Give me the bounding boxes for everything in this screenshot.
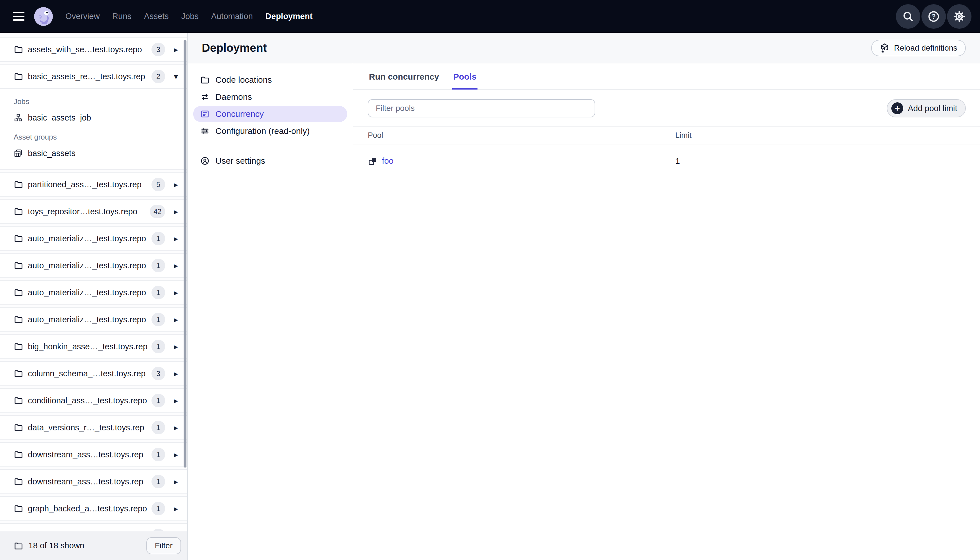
expand-caret-icon[interactable]: ▸ — [171, 207, 180, 216]
expand-caret-icon[interactable]: ▸ — [171, 342, 180, 352]
repo-label: assets_with_se…test.toys.repo — [28, 45, 148, 54]
repo-count-badge: 3 — [151, 43, 165, 56]
tab-pools[interactable]: Pools — [452, 63, 478, 90]
repo-count-badge: 1 — [151, 475, 165, 488]
repo-count-badge: 1 — [151, 529, 165, 531]
folder-icon — [13, 288, 23, 297]
repo-row[interactable]: data_versions_r…_test.toys.rep 1 ▸ — [0, 415, 187, 440]
asset-groups-section-label: Asset groups — [13, 133, 180, 142]
svg-text:?: ? — [932, 13, 936, 20]
job-icon — [13, 113, 23, 122]
repo-row[interactable]: partitioned_ass…_test.toys.rep 5 ▸ — [0, 172, 187, 197]
repo-count-status: 18 of 18 shown — [28, 541, 141, 550]
repo-label: big_honkin_asse…_test.toys.rep — [28, 342, 148, 352]
expand-caret-icon[interactable]: ▸ — [171, 477, 180, 487]
settings-item-label: Daemons — [215, 92, 252, 102]
repo-row[interactable]: auto_materializ…_test.toys.repo 1 ▸ — [0, 307, 187, 332]
column-header-limit: Limit — [668, 127, 980, 144]
repo-row[interactable]: long_asset_keys_…test.toys.re 1 ▸ — [0, 523, 187, 531]
settings-item-label: Configuration (read-only) — [215, 126, 310, 136]
sidebar-scrollbar[interactable] — [184, 40, 186, 468]
expand-caret-icon[interactable]: ▸ — [171, 504, 180, 513]
expand-caret-icon[interactable]: ▸ — [171, 180, 180, 189]
repo-row[interactable]: auto_materializ…_test.toys.repo 1 ▸ — [0, 253, 187, 278]
repo-row[interactable]: conditional_ass…_test.toys.repo 1 ▸ — [0, 388, 187, 413]
settings-item-configuration[interactable]: Configuration (read-only) — [193, 123, 347, 139]
expand-caret-icon[interactable]: ▸ — [171, 288, 180, 297]
expand-caret-icon[interactable]: ▸ — [171, 369, 180, 378]
repo-label: toys_repositor…test.toys.repo — [28, 207, 146, 216]
pool-table-row: foo 1 — [353, 144, 980, 178]
expand-caret-icon[interactable]: ▸ — [171, 423, 180, 432]
repo-row[interactable]: assets_with_se…test.toys.repo 3 ▸ — [0, 37, 187, 62]
job-name: basic_assets_job — [28, 113, 91, 123]
settings-button[interactable] — [947, 4, 972, 29]
folder-icon — [13, 315, 23, 324]
tab-run-concurrency[interactable]: Run concurrency — [368, 63, 440, 90]
pool-link[interactable]: foo — [368, 156, 393, 166]
settings-item-concurrency[interactable]: Concurrency — [193, 106, 347, 122]
repo-label: auto_materializ…_test.toys.repo — [28, 288, 148, 297]
settings-item-user-settings[interactable]: User settings — [193, 153, 347, 169]
repo-label: auto_materializ…_test.toys.repo — [28, 315, 148, 324]
nav-item-jobs[interactable]: Jobs — [181, 12, 199, 21]
repo-count-badge: 1 — [151, 448, 165, 462]
gear-icon — [953, 10, 966, 23]
expand-caret-icon[interactable]: ▸ — [171, 261, 180, 270]
menu-hamburger-icon[interactable] — [8, 5, 31, 28]
settings-item-code-locations[interactable]: Code locations — [193, 72, 347, 88]
repo-row[interactable]: big_honkin_asse…_test.toys.rep 1 ▸ — [0, 334, 187, 359]
expand-caret-icon[interactable]: ▸ — [171, 396, 180, 405]
help-button[interactable]: ? — [922, 4, 946, 29]
repo-expanded-panel: Jobs basic_assets_job Asset groups basic… — [0, 89, 187, 170]
expand-caret-icon[interactable]: ▸ — [171, 450, 180, 459]
repo-row[interactable]: basic_assets_re…_test.toys.rep 2 ▾ — [0, 64, 187, 89]
filter-pools-input[interactable] — [368, 99, 595, 117]
sidebar-item-asset-group[interactable]: basic_assets — [13, 144, 180, 162]
repo-row[interactable]: column_schema_…test.toys.rep 3 ▸ — [0, 361, 187, 386]
sidebar-item-job[interactable]: basic_assets_job — [13, 109, 180, 127]
repo-count-badge: 1 — [151, 421, 165, 434]
jobs-section-label: Jobs — [13, 97, 180, 106]
sidebar-filter-button[interactable]: Filter — [146, 537, 181, 554]
nav-item-assets[interactable]: Assets — [144, 12, 169, 21]
folder-icon — [13, 45, 23, 54]
repo-row[interactable]: auto_materializ…_test.toys.repo 1 ▸ — [0, 226, 187, 251]
repo-row[interactable]: downstream_ass…test.toys.rep 1 ▸ — [0, 469, 187, 494]
nav-item-deployment[interactable]: Deployment — [265, 12, 313, 21]
column-header-pool: Pool — [353, 127, 668, 144]
folder-icon — [13, 450, 23, 459]
expand-caret-icon[interactable]: ▸ — [171, 315, 180, 324]
folder-icon — [13, 234, 23, 243]
nav-item-automation[interactable]: Automation — [211, 12, 253, 21]
repo-label: conditional_ass…_test.toys.repo — [28, 396, 148, 405]
repo-row[interactable]: toys_repositor…test.toys.repo 42 ▸ — [0, 199, 187, 224]
top-nav: Overview Runs Assets Jobs Automation Dep… — [0, 0, 980, 33]
repo-count-badge: 2 — [151, 70, 165, 83]
settings-item-daemons[interactable]: Daemons — [193, 89, 347, 105]
add-pool-limit-button[interactable]: + Add pool limit — [887, 99, 966, 117]
user-icon — [200, 156, 210, 166]
expand-caret-icon[interactable]: ▸ — [171, 45, 180, 54]
repo-label: auto_materializ…_test.toys.repo — [28, 261, 148, 270]
repo-count-badge: 5 — [151, 178, 165, 191]
reload-definitions-button[interactable]: Reload definitions — [871, 40, 966, 56]
repo-row[interactable]: graph_backed_a…test.toys.repo 1 ▸ — [0, 496, 187, 521]
sidebar-footer: 18 of 18 shown Filter — [0, 531, 187, 560]
sliders-icon — [200, 126, 210, 136]
collapse-caret-icon[interactable]: ▾ — [171, 72, 180, 81]
asset-group-icon — [13, 149, 23, 158]
folder-icon — [13, 541, 23, 551]
search-button[interactable] — [896, 4, 920, 29]
repo-count-badge: 1 — [151, 232, 165, 245]
page-header: Deployment Reload definitions — [188, 33, 980, 63]
nav-item-runs[interactable]: Runs — [112, 12, 131, 21]
folder-icon — [13, 369, 23, 378]
plus-icon: + — [891, 102, 903, 114]
nav-item-overview[interactable]: Overview — [65, 12, 100, 21]
repo-row[interactable]: auto_materializ…_test.toys.repo 1 ▸ — [0, 280, 187, 305]
repo-row[interactable]: downstream_ass…test.toys.rep 1 ▸ — [0, 442, 187, 467]
expand-caret-icon[interactable]: ▸ — [171, 234, 180, 243]
folder-icon — [13, 396, 23, 405]
repo-label: downstream_ass…test.toys.rep — [28, 450, 148, 459]
